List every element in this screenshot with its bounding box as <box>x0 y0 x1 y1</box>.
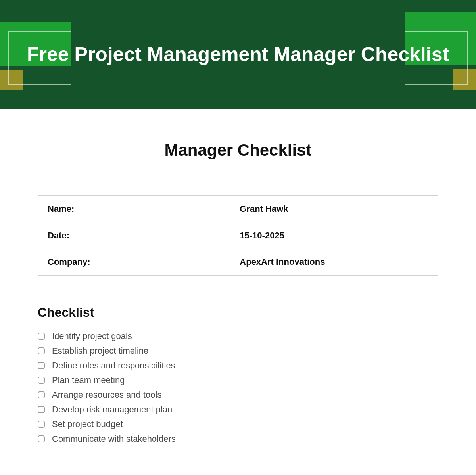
checklist-item: Plan team meeting <box>38 375 438 385</box>
info-label-name: Name: <box>38 196 230 222</box>
checkbox-icon[interactable] <box>38 406 45 413</box>
checklist-item-label: Arrange resources and tools <box>52 390 161 400</box>
table-row: Name: Grant Hawk <box>38 196 438 222</box>
checklist-item: Set project budget <box>38 419 438 429</box>
checklist-item-label: Identify project goals <box>52 331 132 341</box>
checklist-item: Arrange resources and tools <box>38 390 438 400</box>
checklist-item-label: Communicate with stakeholders <box>52 434 176 444</box>
info-value-name: Grant Hawk <box>230 196 438 222</box>
checklist-item-label: Develop risk management plan <box>52 404 172 415</box>
checklist-item: Define roles and responsibilities <box>38 360 438 371</box>
checklist-item-label: Establish project timeline <box>52 346 148 356</box>
checkbox-icon[interactable] <box>38 362 45 369</box>
checkbox-icon[interactable] <box>38 377 45 384</box>
checklist-item: Establish project timeline <box>38 346 438 356</box>
page-title: Manager Checklist <box>38 141 438 160</box>
checklist-item: Communicate with stakeholders <box>38 434 438 444</box>
checkbox-icon[interactable] <box>38 333 45 340</box>
table-row: Date: 15-10-2025 <box>38 222 438 249</box>
checkbox-icon[interactable] <box>38 347 45 354</box>
table-row: Company: ApexArt Innovations <box>38 249 438 276</box>
checkbox-icon[interactable] <box>38 391 45 398</box>
info-label-date: Date: <box>38 222 230 249</box>
info-value-company: ApexArt Innovations <box>230 249 438 276</box>
header-title: Free Project Management Manager Checklis… <box>27 42 449 67</box>
content-area: Manager Checklist Name: Grant Hawk Date:… <box>0 109 476 444</box>
checklist-item: Develop risk management plan <box>38 404 438 415</box>
checklist: Identify project goals Establish project… <box>38 331 438 444</box>
checkbox-icon[interactable] <box>38 435 45 442</box>
checkbox-icon[interactable] <box>38 421 45 428</box>
info-label-company: Company: <box>38 249 230 276</box>
checklist-item-label: Define roles and responsibilities <box>52 360 175 371</box>
checklist-item-label: Set project budget <box>52 419 123 429</box>
info-table: Name: Grant Hawk Date: 15-10-2025 Compan… <box>38 195 438 276</box>
info-value-date: 15-10-2025 <box>230 222 438 249</box>
page-header: Free Project Management Manager Checklis… <box>0 0 476 109</box>
checklist-item: Identify project goals <box>38 331 438 341</box>
checklist-item-label: Plan team meeting <box>52 375 125 385</box>
checklist-section-title: Checklist <box>38 305 438 320</box>
